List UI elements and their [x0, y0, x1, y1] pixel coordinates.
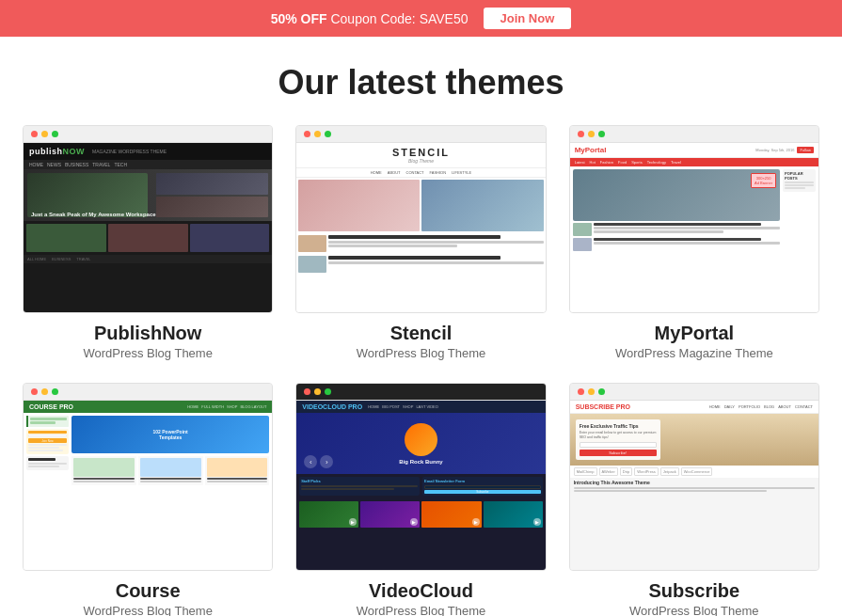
nav-item: TECH — [114, 162, 127, 167]
dot-green — [598, 131, 605, 137]
nav-item: BLOG — [764, 404, 774, 409]
recent-line — [28, 463, 67, 465]
nav-item: LAST VIDEO — [416, 404, 438, 409]
post-line-3 — [140, 478, 201, 480]
widget-input — [28, 434, 67, 437]
vc-staff-picks: Staff Picks — [299, 477, 420, 496]
myportal-ad-banner: 300×250Ad Banner — [751, 173, 776, 188]
article-body-line — [594, 227, 780, 229]
theme-card-stencil[interactable]: STENCIL Blog Theme HOME ABOUT CONTACT FA… — [295, 125, 546, 360]
sidebar-line-3 — [785, 187, 805, 189]
widget-btn-text: Join Now — [41, 439, 53, 443]
theme-card-course[interactable]: COURSE PRO HOME FULL WIDTH SHOP BLOG LAY… — [23, 383, 273, 616]
theme-card-publishnow[interactable]: publishNOW MAGAZINE WORDPRESS THEME HOME… — [23, 125, 273, 360]
hero-img-3 — [156, 197, 268, 218]
hero-sidebar-images — [156, 173, 268, 217]
nav-item: HOME — [187, 404, 199, 409]
course-content: COURSE PRO HOME FULL WIDTH SHOP BLOG LAY… — [24, 401, 272, 570]
dot-yellow — [314, 131, 321, 137]
nav-item: Fashion — [600, 160, 613, 165]
header-date: Monday, Sep 5th, 2016 — [755, 148, 794, 152]
publishnow-name: PublishNow — [83, 323, 213, 344]
videocloud-info: VideoCloud WordPress Blog Theme — [357, 580, 486, 616]
course-hero-text: 102 PowerPointTemplates — [153, 429, 188, 440]
nav-item: SHOP — [227, 404, 237, 409]
dot-green — [325, 388, 331, 395]
course-hero: 102 PowerPointTemplates — [71, 416, 269, 453]
dot-yellow — [588, 388, 595, 395]
videocloud-thumb-grid: ▶ ▶ ▶ ▶ — [296, 498, 545, 530]
newsletter-title: Email Newsletter Form — [424, 479, 541, 483]
badge-jetpack: Jetpack — [660, 467, 679, 476]
dot-red — [304, 388, 310, 395]
dot-green — [598, 388, 605, 395]
stencil-type: WordPress Blog Theme — [357, 346, 486, 360]
myportal-info: MyPortal WordPress Magazine Theme — [615, 323, 773, 360]
videocloud-nav: HOME BIG POST SHOP LAST VIDEO — [368, 404, 438, 409]
stencil-img-1 — [298, 180, 420, 231]
vc-thumb-4: ▶ — [484, 501, 543, 528]
thumb-play-4: ▶ — [533, 518, 541, 526]
nav-item: ABOUT — [388, 170, 401, 175]
article-lines-2 — [594, 238, 780, 245]
dot-yellow — [314, 388, 321, 395]
publishnow-tagline: MAGAZINE WORDPRESS THEME — [92, 149, 167, 154]
dot-yellow — [41, 388, 48, 395]
nav-item: CONTACT — [795, 404, 813, 409]
stencil-thumb — [298, 235, 326, 252]
course-sidebar: Join Now — [26, 416, 69, 485]
stencil-post-title-2 — [328, 256, 500, 260]
nav-item: TRAVEL — [92, 162, 110, 167]
vc-bunny-img — [405, 423, 437, 456]
myportal-body: 300×250Ad Banner — [570, 166, 818, 254]
vc-bunny-content: Big Rock Bunny — [399, 423, 442, 465]
videocloud-post-sections: Staff Picks Email Newsletter Form Subscr… — [296, 474, 545, 498]
subscribe-box-title: Free Exclusive Traffic Tips — [580, 423, 657, 429]
recent-line-2 — [28, 466, 59, 467]
pn-thumb-1 — [26, 224, 106, 252]
nl-btn-text: Subscribe — [476, 490, 488, 494]
subscribe-name: Subscribe — [629, 580, 759, 602]
stencil-nav: HOME ABOUT CONTACT FASHION LIFESTYLE — [296, 168, 545, 178]
sidebar-block-1: POPULAR POSTS — [783, 169, 816, 192]
window-chrome-stencil — [296, 126, 545, 143]
nav-item: SHOP — [403, 404, 413, 409]
footer-item: ALL HOME — [27, 257, 46, 261]
subscribe-box-text: Enter your email below to get access to … — [580, 431, 657, 439]
theme-card-subscribe[interactable]: SUBSCRIBE PRO HOME DAILY PORTFOLIO BLOG … — [569, 383, 819, 616]
vc-thumb-3: ▶ — [421, 501, 481, 528]
bottom-title: Introducing This Awesome Theme — [574, 480, 815, 485]
publishnow-footer: ALL HOME BUSINESS TRAVEL — [24, 255, 272, 263]
widget-line-3 — [28, 450, 63, 451]
theme-card-myportal[interactable]: MyPortal Monday, Sep 5th, 2016 Follow La… — [569, 125, 819, 360]
vc-newsletter: Email Newsletter Form Subscribe — [422, 477, 543, 496]
subscribe-type: WordPress Blog Theme — [629, 604, 759, 616]
course-body: Join Now — [24, 413, 272, 488]
videocloud-logo: VIDEOCLOUD PRO — [302, 403, 362, 410]
videocloud-featured: Big Rock Bunny ‹ › — [296, 413, 545, 474]
stencil-post-body-3 — [328, 261, 543, 264]
sp-line — [301, 485, 418, 487]
stencil-img-2 — [421, 180, 543, 231]
stencil-info: Stencil WordPress Blog Theme — [357, 323, 486, 360]
myportal-article-1 — [573, 223, 780, 236]
theme-card-videocloud[interactable]: VIDEOCLOUD PRO HOME BIG POST SHOP LAST V… — [295, 383, 546, 616]
nav-item: HOME — [371, 170, 382, 175]
post-line-4 — [140, 481, 201, 482]
stencil-name: Stencil — [357, 323, 486, 344]
myportal-sidebar: POPULAR POSTS — [783, 169, 816, 251]
nav-item: BIG POST — [382, 404, 400, 409]
footer-item: BUSINESS — [52, 257, 71, 261]
stencil-post-text — [328, 235, 543, 252]
stencil-logo-title: STENCIL — [304, 147, 537, 158]
course-header: COURSE PRO HOME FULL WIDTH SHOP BLOG LAY… — [24, 401, 272, 413]
join-now-button[interactable]: Join Now — [484, 8, 572, 29]
course-nav: HOME FULL WIDTH SHOP BLOG LAYOUT — [187, 404, 266, 409]
hero-text: Just a Sneak Peak of My Awesome Workspac… — [31, 212, 156, 217]
sp-line-2 — [301, 488, 394, 490]
nav-item: Sports — [631, 160, 643, 165]
stencil-post-body-2 — [328, 245, 457, 247]
badge-wordpress: WordPress — [634, 467, 659, 476]
pn-thumb-2 — [108, 224, 188, 252]
badge-drip: Drip — [620, 467, 632, 476]
